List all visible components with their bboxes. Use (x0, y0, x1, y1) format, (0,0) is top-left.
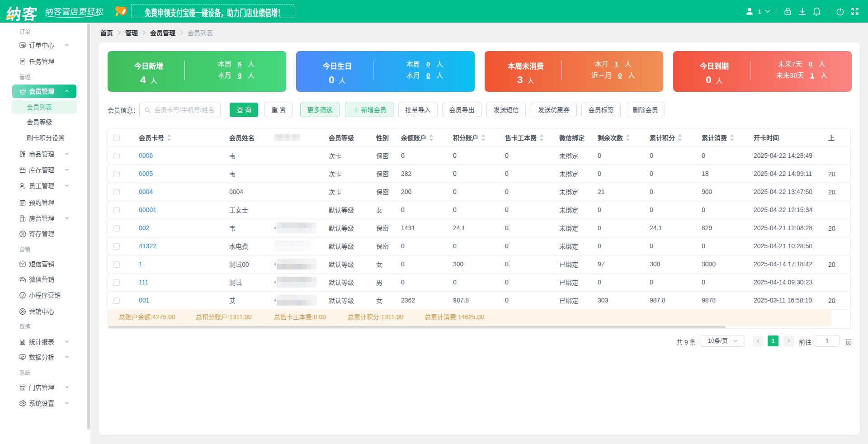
svg-text:寄: 寄 (21, 231, 25, 236)
